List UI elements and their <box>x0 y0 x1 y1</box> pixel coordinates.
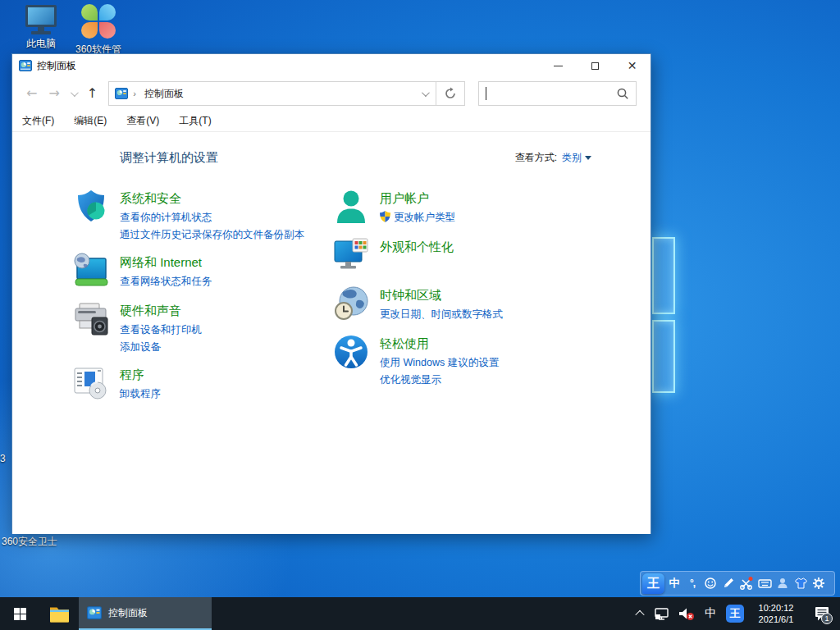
search-icon <box>616 87 629 100</box>
close-button[interactable]: ✕ <box>614 54 651 77</box>
category-link[interactable]: 查看设备和打印机 <box>120 322 202 339</box>
maximize-button[interactable] <box>577 54 614 77</box>
printer-sound-icon[interactable] <box>73 301 109 337</box>
action-center-button[interactable]: 1 <box>804 597 840 630</box>
categories-right-column: 用户帐户 更改帐户类型 <box>333 189 651 413</box>
menu-edit[interactable]: 编辑(E) <box>74 114 107 128</box>
menu-file[interactable]: 文件(F) <box>22 114 54 128</box>
menu-view[interactable]: 查看(V) <box>126 114 159 128</box>
appearance-personalization-icon[interactable] <box>333 237 369 273</box>
pinwheel-icon <box>80 2 117 40</box>
desktop-icon-this-pc[interactable]: 此电脑 <box>15 5 67 51</box>
system-tray: 中 王 10:20:12 2021/6/1 1 <box>630 597 840 630</box>
category-title[interactable]: 轻松使用 <box>380 336 499 352</box>
taskbar: 控制面板 中 王 10:20:12 2021/6/1 <box>0 597 840 630</box>
refresh-button[interactable] <box>436 81 465 106</box>
dropdown-triangle-icon[interactable] <box>585 156 591 160</box>
category-link[interactable]: 通过文件历史记录保存你的文件备份副本 <box>120 226 304 244</box>
category-system-security: 系统和安全 查看你的计算机状态 通过文件历史记录保存你的文件备份副本 <box>73 189 333 244</box>
category-title[interactable]: 网络和 Internet <box>120 254 212 271</box>
shield-security-icon[interactable] <box>73 189 109 225</box>
view-by-label: 查看方式: <box>515 151 557 165</box>
category-title[interactable]: 用户帐户 <box>380 190 455 207</box>
view-by-value[interactable]: 类别 <box>562 151 582 165</box>
window-title: 控制面板 <box>37 59 76 73</box>
chevron-down-icon <box>422 89 430 97</box>
category-title[interactable]: 系统和安全 <box>120 190 304 207</box>
breadcrumb[interactable]: 控制面板 <box>144 87 184 101</box>
window-titlebar[interactable]: 控制面板 ✕ <box>12 54 651 77</box>
control-panel-icon <box>115 87 128 100</box>
pencil-icon[interactable] <box>720 573 737 593</box>
file-explorer-button[interactable] <box>39 597 79 630</box>
category-link[interactable]: 卸载程序 <box>120 386 161 403</box>
menu-tools[interactable]: 工具(T) <box>179 114 211 128</box>
volume-muted-icon <box>678 607 695 621</box>
category-clock-region: 时钟和区域 更改日期、时间或数字格式 <box>333 285 651 325</box>
breadcrumb-separator: › <box>133 89 136 98</box>
category-title[interactable]: 硬件和声音 <box>120 303 202 319</box>
wang-logo-icon: 王 <box>726 605 744 623</box>
category-link[interactable]: 优化视觉显示 <box>380 372 499 389</box>
address-dropdown-button[interactable] <box>413 82 436 105</box>
minimize-button[interactable] <box>540 54 577 77</box>
address-bar[interactable]: › 控制面板 <box>108 81 436 106</box>
ime-language-toggle[interactable]: 中 <box>666 573 682 593</box>
network-tray-button[interactable] <box>650 597 674 630</box>
search-input[interactable] <box>478 81 637 106</box>
recent-pages-chevron-icon[interactable] <box>71 89 79 97</box>
control-panel-icon <box>87 605 102 620</box>
ease-of-access-icon[interactable] <box>333 334 369 370</box>
task-label: 控制面板 <box>108 606 148 620</box>
category-title[interactable]: 程序 <box>120 367 161 383</box>
page-title: 调整计算机的设置 <box>120 150 218 166</box>
ime-language-indicator[interactable]: 中 <box>699 597 722 630</box>
clipped-desktop-label: 3 <box>0 453 10 464</box>
text-cursor <box>486 87 486 100</box>
close-icon: ✕ <box>628 60 637 71</box>
user-accounts-icon[interactable] <box>333 189 369 225</box>
category-network-internet: 网络和 Internet 查看网络状态和任务 <box>73 253 333 292</box>
shirt-icon[interactable] <box>792 573 809 593</box>
category-link[interactable]: 更改帐户类型 <box>380 209 455 226</box>
category-title[interactable]: 外观和个性化 <box>380 239 454 255</box>
category-link[interactable]: 使用 Windows 建议的设置 <box>380 354 499 372</box>
taskbar-task-control-panel[interactable]: 控制面板 <box>79 597 212 630</box>
category-link[interactable]: 查看网络状态和任务 <box>120 273 212 290</box>
forward-button[interactable]: → <box>43 87 65 100</box>
minimize-icon <box>554 66 563 66</box>
menu-bar: 文件(F) 编辑(E) 查看(V) 工具(T) <box>12 110 651 132</box>
scissors-icon[interactable] <box>738 573 755 593</box>
navigation-bar: ← → ↑ › 控制面板 <box>12 77 651 110</box>
taskbar-clock[interactable]: 10:20:12 2021/6/1 <box>748 597 804 630</box>
wang-ime-tray-button[interactable]: 王 <box>722 597 748 630</box>
start-button[interactable] <box>0 597 39 630</box>
ime-punctuation-toggle[interactable]: °, <box>684 573 701 593</box>
gear-icon[interactable] <box>810 573 827 593</box>
back-button[interactable]: ← <box>21 87 43 100</box>
up-button[interactable]: ↑ <box>81 87 103 100</box>
this-pc-icon <box>15 5 67 34</box>
file-explorer-icon <box>49 605 70 623</box>
windows-logo-pane-top <box>652 237 675 314</box>
keyboard-icon[interactable] <box>756 573 773 593</box>
desktop-icon-label-360-safety[interactable]: 360安全卫士 <box>2 535 57 549</box>
category-appearance: 外观和个性化 <box>333 237 651 276</box>
category-user-accounts: 用户帐户 更改帐户类型 <box>333 189 651 228</box>
programs-cd-icon[interactable] <box>73 365 109 401</box>
categories-left-column: 系统和安全 查看你的计算机状态 通过文件历史记录保存你的文件备份副本 <box>73 189 333 413</box>
category-programs: 程序 卸载程序 <box>73 365 333 404</box>
category-link[interactable]: 查看你的计算机状态 <box>120 209 304 226</box>
category-title[interactable]: 时钟和区域 <box>380 287 503 304</box>
volume-tray-button[interactable] <box>674 597 699 630</box>
network-internet-icon[interactable] <box>73 253 109 289</box>
ime-logo-icon[interactable]: 王 <box>642 573 664 594</box>
category-link[interactable]: 添加设备 <box>120 339 202 356</box>
emoji-icon[interactable] <box>702 573 719 593</box>
category-link[interactable]: 更改日期、时间或数字格式 <box>380 306 503 323</box>
clock-region-icon[interactable] <box>333 285 369 322</box>
uac-shield-icon <box>380 211 390 222</box>
tray-date: 2021/6/1 <box>759 614 794 625</box>
show-hidden-icons-button[interactable] <box>630 597 650 630</box>
person-icon[interactable] <box>774 573 791 593</box>
